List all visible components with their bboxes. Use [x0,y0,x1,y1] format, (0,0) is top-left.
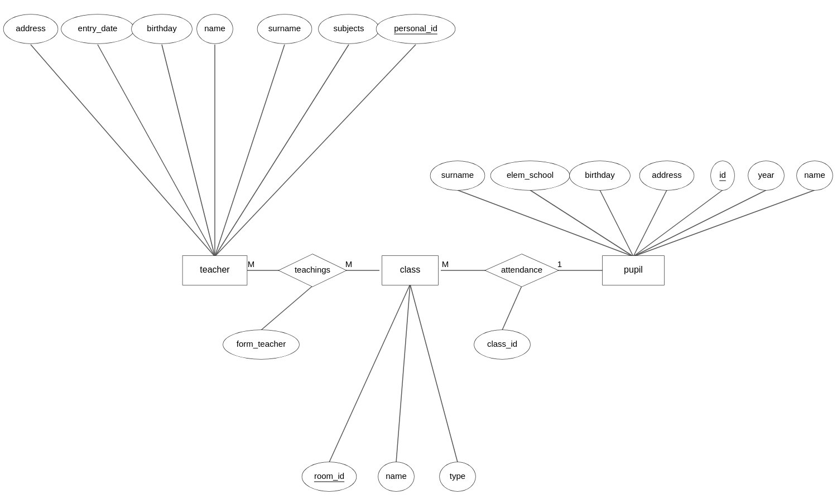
er-diagram-canvas [0,0,837,504]
